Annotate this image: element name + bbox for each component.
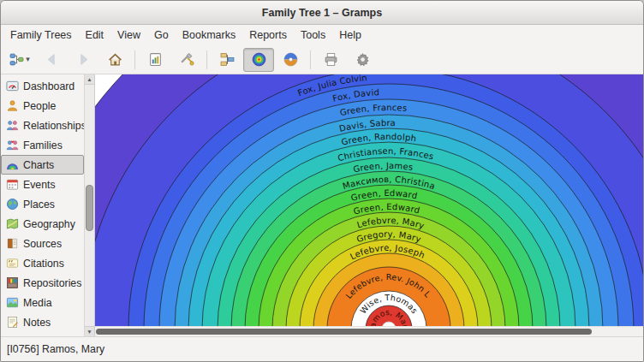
sidebar-item-label: People — [23, 100, 56, 112]
sidebar-item-media[interactable]: Media — [1, 293, 84, 312]
menubar: Family TreesEditViewGoBookmarksReportsTo… — [1, 25, 643, 45]
sidebar-item-charts[interactable]: Charts — [1, 155, 84, 175]
statusbar: [I0756] Ramos, Mary — [1, 336, 643, 361]
back-arrow-icon — [45, 52, 59, 67]
sidebar-item-dashboard[interactable]: Dashboard — [1, 76, 84, 96]
printer-icon — [324, 52, 338, 67]
vertical-scrollbar[interactable]: ▲ ▼ — [84, 74, 95, 336]
print-button[interactable] — [315, 48, 346, 72]
gramps-icon — [9, 52, 24, 67]
sidebar-item-label: Geography — [23, 218, 75, 230]
main-content: DashboardPeopleRelationshipsFamiliesChar… — [1, 74, 643, 336]
two-way-fan-view-button[interactable] — [275, 48, 306, 72]
toolbar-separator — [134, 50, 135, 69]
reports-icon — [148, 52, 163, 67]
category-sidebar: DashboardPeopleRelationshipsFamiliesChar… — [1, 74, 84, 336]
home-button[interactable] — [99, 48, 130, 72]
sidebar-item-label: Media — [23, 297, 52, 309]
toolbar: ▾ — [1, 45, 643, 74]
forward-button[interactable] — [68, 48, 98, 72]
sidebar-item-label: Charts — [23, 159, 54, 171]
sidebar-item-geography[interactable]: Geography — [1, 214, 84, 234]
fan-chart-view-button[interactable] — [243, 48, 274, 72]
vertical-scroll-thumb[interactable] — [86, 185, 93, 231]
back-button[interactable] — [36, 48, 67, 72]
gramps-window: Family Tree 1 – Gramps Family TreesEditV… — [0, 0, 644, 362]
media-icon — [6, 296, 19, 309]
gear-icon — [355, 52, 370, 67]
menu-view[interactable]: View — [110, 25, 147, 45]
sidebar-item-label: Dashboard — [23, 80, 75, 92]
window-title: Family Tree 1 – Gramps — [262, 7, 382, 19]
sidebar-item-label: Families — [23, 139, 63, 151]
geography-icon — [6, 217, 19, 230]
sidebar-item-people[interactable]: People — [1, 96, 84, 116]
sidebar-item-label: Relationships — [23, 120, 84, 132]
scroll-down-button[interactable]: ▼ — [85, 326, 94, 336]
toolbar-separator — [206, 50, 207, 69]
relationships-icon — [6, 119, 19, 132]
chevron-down-icon: ▾ — [26, 56, 30, 63]
sidebar-item-label: Events — [23, 179, 56, 191]
menu-help[interactable]: Help — [332, 25, 368, 45]
sidebar-item-relationships[interactable]: Relationships — [1, 116, 84, 135]
citations-icon — [6, 257, 19, 270]
sidebar-item-label: Citations — [23, 258, 64, 270]
places-icon — [6, 198, 19, 211]
sidebar-item-sources[interactable]: Sources — [1, 234, 84, 253]
pedigree-view-button[interactable] — [212, 48, 242, 72]
people-icon — [6, 99, 19, 112]
toolbar-separator — [310, 50, 311, 69]
menu-reports[interactable]: Reports — [242, 25, 294, 45]
menu-tools[interactable]: Tools — [294, 25, 332, 45]
fan-chart[interactable]: Fox, Julia ColvinFox, DavidGreen, France… — [95, 74, 643, 329]
status-text: [I0756] Ramos, Mary — [7, 343, 104, 355]
menu-edit[interactable]: Edit — [79, 25, 111, 45]
events-icon — [6, 178, 19, 191]
reports-button[interactable] — [140, 48, 170, 72]
family-trees-button[interactable]: ▾ — [4, 48, 35, 72]
sidebar-item-families[interactable]: Families — [1, 135, 84, 155]
notes-icon — [6, 316, 19, 329]
sidebar-item-label: Notes — [23, 317, 51, 329]
sidebar-item-label: Places — [23, 199, 55, 211]
fan-chart-icon — [252, 52, 266, 67]
sidebar-item-events[interactable]: Events — [1, 175, 84, 194]
charts-icon — [6, 158, 19, 171]
fan-chart-canvas: Fox, Julia ColvinFox, DavidGreen, France… — [95, 74, 643, 336]
tools-button[interactable] — [171, 48, 202, 72]
menu-go[interactable]: Go — [147, 25, 176, 45]
repositories-icon — [6, 276, 19, 289]
sidebar-item-notes[interactable]: Notes — [1, 312, 84, 332]
horizontal-scroll-thumb[interactable] — [96, 329, 592, 335]
sidebar-item-places[interactable]: Places — [1, 194, 84, 214]
sidebar-item-citations[interactable]: Citations — [1, 253, 84, 273]
tools-icon — [180, 52, 194, 67]
horizontal-scrollbar[interactable] — [95, 326, 643, 336]
titlebar: Family Tree 1 – Gramps — [1, 1, 643, 25]
sidebar-item-repositories[interactable]: Repositories — [1, 273, 84, 293]
menu-bookmarks[interactable]: Bookmarks — [176, 25, 243, 45]
two-way-fan-icon — [283, 52, 298, 67]
configure-button[interactable] — [347, 48, 378, 72]
dashboard-icon — [6, 80, 19, 92]
families-icon — [6, 139, 19, 151]
home-icon — [108, 52, 122, 67]
sources-icon — [6, 237, 19, 250]
menu-family-trees[interactable]: Family Trees — [3, 25, 79, 45]
sidebar-item-label: Sources — [23, 238, 62, 250]
sidebar-item-label: Repositories — [23, 277, 81, 289]
pedigree-icon — [220, 52, 235, 67]
forward-arrow-icon — [76, 52, 91, 67]
scroll-up-button[interactable]: ▲ — [85, 74, 94, 85]
